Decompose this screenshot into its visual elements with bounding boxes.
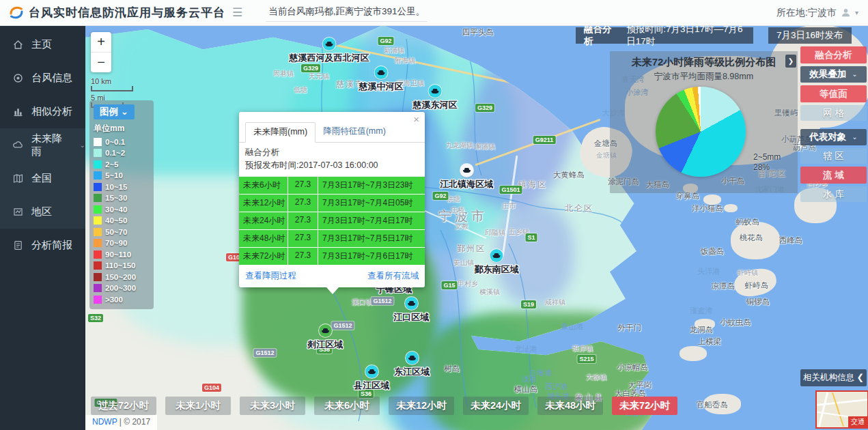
layer-control-1[interactable]: 效果叠加⌄ bbox=[800, 66, 867, 83]
map-label-town: 横溪镇 bbox=[479, 287, 500, 297]
road-badge: G1512 bbox=[371, 297, 393, 305]
legend-swatch bbox=[94, 160, 102, 169]
sidebar-item-national[interactable]: 全国 bbox=[0, 162, 85, 195]
time-button-5[interactable]: 未来24小时 bbox=[463, 397, 529, 415]
basin-marker[interactable]: 慈溪中河区 bbox=[359, 66, 404, 93]
panel-collapse-button[interactable]: ❯ bbox=[785, 55, 796, 68]
row-period: 未来6小时 bbox=[239, 177, 288, 194]
layer-control-4[interactable]: 代表对象⌄ bbox=[800, 129, 867, 145]
road-badge: S1 bbox=[525, 233, 537, 242]
popup-tab-1[interactable]: 降雨特征值(mm) bbox=[316, 122, 393, 143]
layer-control-label: 网 格 bbox=[823, 108, 844, 118]
road-badge: G104 bbox=[202, 384, 221, 392]
map-label-island: 桃花岛 bbox=[740, 233, 764, 243]
menu-toggle-icon[interactable]: ☰ bbox=[232, 5, 242, 20]
national-map-icon bbox=[12, 173, 24, 184]
basin-marker[interactable]: 鄞东南区域 bbox=[475, 249, 519, 276]
time-button-2[interactable]: 未来3小时 bbox=[240, 397, 305, 415]
sidebar-item-analysis-report[interactable]: 分析简报 bbox=[0, 229, 85, 262]
basin-marker[interactable]: 慈溪东河区 bbox=[413, 85, 458, 111]
time-button-3[interactable]: 未来6小时 bbox=[314, 397, 380, 415]
sidebar-item-district[interactable]: 地区 bbox=[0, 195, 85, 229]
time-button-1[interactable]: 未来1小时 bbox=[165, 397, 231, 415]
legend-swatch bbox=[94, 194, 102, 202]
legend-item: >300 bbox=[94, 296, 150, 304]
basin-marker[interactable]: 东江区域 bbox=[394, 352, 430, 378]
map-label-water: 涨盗湾 bbox=[690, 306, 713, 316]
sidebar-item-typhoon-info[interactable]: 台风信息 bbox=[0, 61, 85, 95]
legend-item: 50~70 bbox=[94, 228, 150, 236]
sidebar: 主页台风信息相似分析未来降雨⌄全国地区分析简报 bbox=[0, 25, 85, 430]
map-label-island: 蚂蚁岛 bbox=[736, 217, 760, 227]
layer-control-5[interactable]: 辖 区 bbox=[800, 148, 867, 164]
popup-tab-0[interactable]: 未来降雨(mm) bbox=[245, 122, 316, 143]
legend-swatch bbox=[94, 205, 102, 214]
zoom-out-button[interactable]: − bbox=[91, 52, 111, 72]
map-canvas[interactable]: 宁波市慈溪市鄞州区镇海区北仑区普陀区象山县金塘镇周巷镇天元镇低塘新浦镇附海镇观海… bbox=[85, 25, 868, 430]
legend-range-label: 150~200 bbox=[105, 273, 136, 281]
view-all-basins-link[interactable]: 查看所有流域 bbox=[367, 270, 419, 282]
popup-rain-table: 未来6小时27.37月3日17时~7月3日23时未来12小时27.37月3日17… bbox=[239, 177, 425, 266]
map-label-town: 周巷镇 bbox=[273, 69, 294, 78]
location-selector[interactable]: 所在地:宁波市 ▾ bbox=[776, 7, 858, 19]
chevron-down-icon: ▾ bbox=[855, 9, 858, 16]
road-badge: S215 bbox=[577, 355, 596, 363]
basin-marker[interactable]: 江口区域 bbox=[393, 297, 429, 324]
map-label-town: 邱隘镇 bbox=[485, 228, 505, 238]
legend-item: 10~15 bbox=[94, 183, 150, 191]
popup-pointer bbox=[326, 287, 339, 300]
map-label-island: 铜锣岛 bbox=[746, 297, 770, 307]
map-label-town: 虾峙镇 bbox=[738, 268, 758, 278]
layer-control-label: 流 域 bbox=[823, 170, 844, 180]
zoom-in-button[interactable]: + bbox=[91, 32, 111, 52]
rain-legend: 图例 ⌄ 单位mm 0~0.10.1~22~55~1010~1515~3030~… bbox=[89, 100, 154, 309]
layer-control-3[interactable]: 网 格 bbox=[800, 105, 867, 121]
row-value: 27.3 bbox=[288, 248, 318, 265]
close-icon[interactable]: × bbox=[413, 114, 419, 124]
rain-grade-pie-chart[interactable] bbox=[656, 87, 746, 177]
sidebar-item-label: 台风信息 bbox=[31, 72, 72, 85]
time-button-0[interactable]: 过去72小时 bbox=[91, 397, 156, 415]
legend-range-label: 90~110 bbox=[105, 250, 131, 259]
legend-item: 40~50 bbox=[94, 216, 150, 225]
ndwp-link[interactable]: NDWP bbox=[92, 417, 117, 427]
related-org-info-label: 相关机构信息 bbox=[803, 373, 854, 382]
legend-item: 110~150 bbox=[94, 261, 150, 270]
row-range: 7月3日17时~7月6日17时 bbox=[318, 248, 425, 265]
sidebar-item-similar-analysis[interactable]: 相似分析 bbox=[0, 95, 85, 128]
pie-datalabel: 2~5mm 28% bbox=[753, 152, 781, 173]
panel-subtitle: 宁波市平均面雨量8.98mm bbox=[610, 71, 798, 83]
boat-icon bbox=[326, 44, 333, 46]
home-icon bbox=[12, 39, 24, 51]
time-button-7[interactable]: 未来72小时 bbox=[612, 397, 677, 415]
map-label-island: 四平头岛 bbox=[462, 27, 494, 38]
time-button-4[interactable]: 未来12小时 bbox=[389, 397, 454, 415]
popup-publish-time: 预报发布时间:2017-07-03 16:00:00 bbox=[245, 159, 419, 172]
sidebar-item-future-rain[interactable]: 未来降雨⌄ bbox=[0, 128, 85, 162]
pie-datalabel-grade: 2~5mm bbox=[753, 152, 781, 162]
layer-control-7[interactable]: 水 库 bbox=[800, 186, 867, 202]
basin-marker[interactable]: 县江区域 bbox=[354, 365, 389, 392]
basin-marker[interactable]: 慈溪西河及西北河区 bbox=[290, 38, 369, 64]
layer-control-0[interactable]: 融合分析 bbox=[800, 46, 867, 63]
sidebar-item-label: 全国 bbox=[31, 172, 52, 185]
sidebar-item-home[interactable]: 主页 bbox=[0, 28, 85, 61]
map-label-town: 班岸镇 bbox=[572, 344, 593, 354]
road-badge: S32 bbox=[88, 314, 103, 322]
legend-toggle-button[interactable]: 图例 ⌄ bbox=[94, 104, 135, 119]
related-org-info-button[interactable]: 相关机构信息 ❮ bbox=[800, 369, 867, 386]
road-badge: G329 bbox=[301, 64, 320, 72]
layer-control-2[interactable]: 等值面 bbox=[800, 85, 867, 102]
time-button-6[interactable]: 未来48小时 bbox=[537, 397, 603, 415]
basin-marker-label: 县江区域 bbox=[354, 379, 389, 392]
typhoon-logo-icon bbox=[8, 5, 25, 21]
map-label-town: 庄市 bbox=[502, 201, 516, 211]
legend-items: 0~0.10.1~22~55~1010~1515~3030~4040~5050~… bbox=[94, 138, 150, 304]
basin-marker[interactable]: 剡江区域 bbox=[307, 324, 343, 351]
basin-marker[interactable]: 江北镇海区域 bbox=[440, 164, 493, 190]
row-period: 未来72小时 bbox=[239, 248, 288, 265]
view-rain-process-link[interactable]: 查看降雨过程 bbox=[245, 270, 296, 282]
layer-control-6[interactable]: 流 域 bbox=[800, 167, 867, 184]
traffic-minimap[interactable]: 交通 bbox=[815, 390, 868, 429]
map-label-town: 九龙湖镇 bbox=[446, 141, 473, 150]
